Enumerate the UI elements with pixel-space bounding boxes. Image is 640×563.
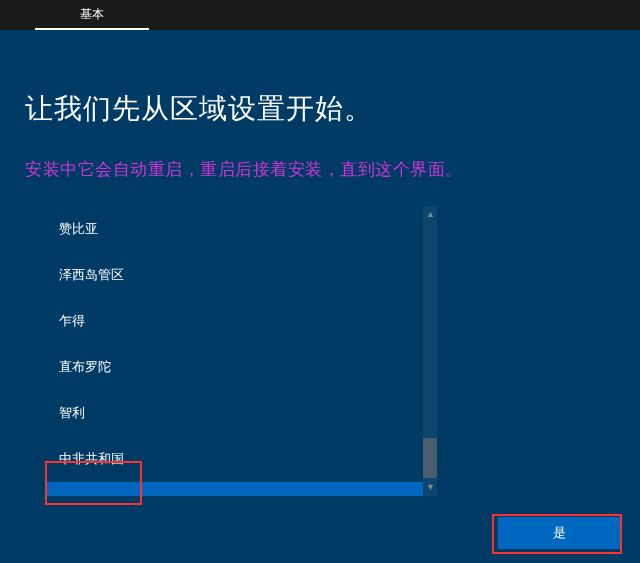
region-list-container: 赞比亚 泽西岛管区 乍得 直布罗陀 智利 中非共和国 中国 ▲ ▼ (47, 206, 437, 496)
content-area: 让我们先从区域设置开始。 安装中它会自动重启，重启后接着安装，直到这个界面。 赞… (0, 30, 640, 496)
scroll-down-icon[interactable]: ▼ (426, 483, 434, 492)
annotation-text: 安装中它会自动重启，重启后接着安装，直到这个界面。 (25, 158, 615, 181)
region-item-selected[interactable]: 中国 (47, 482, 423, 496)
scroll-up-icon[interactable]: ▲ (426, 210, 434, 219)
region-list[interactable]: 赞比亚 泽西岛管区 乍得 直布罗陀 智利 中非共和国 中国 (47, 206, 423, 496)
region-item[interactable]: 中非共和国 (47, 436, 423, 482)
region-item[interactable]: 智利 (47, 390, 423, 436)
region-item[interactable]: 乍得 (47, 298, 423, 344)
region-item[interactable]: 直布罗陀 (47, 344, 423, 390)
confirm-button[interactable]: 是 (498, 517, 620, 549)
tab-container: 基本 (35, 0, 149, 30)
tab-basic[interactable]: 基本 (35, 0, 149, 30)
region-item[interactable]: 赞比亚 (47, 206, 423, 252)
page-title: 让我们先从区域设置开始。 (25, 90, 615, 128)
region-item[interactable]: 泽西岛管区 (47, 252, 423, 298)
scrollbar-track[interactable]: ▲ ▼ (423, 206, 437, 496)
top-bar: 基本 (0, 0, 640, 30)
scrollbar-thumb[interactable] (423, 438, 437, 478)
